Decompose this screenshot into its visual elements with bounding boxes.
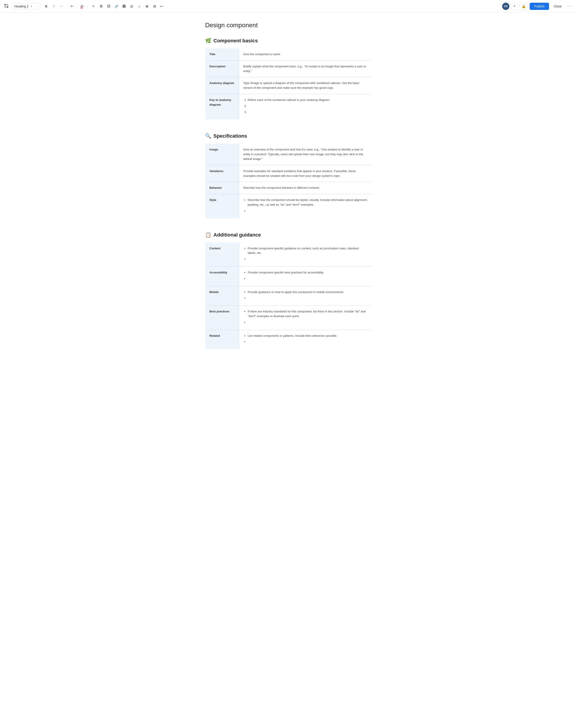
table-row-content: Provide guidance on how to apply this co… bbox=[239, 286, 372, 306]
italic-button[interactable]: I bbox=[50, 3, 57, 10]
page-title: Design component bbox=[205, 22, 372, 29]
table-row-label: Anatomy diagram bbox=[205, 77, 239, 94]
table-row-content: List related components or patterns. Inc… bbox=[239, 330, 372, 349]
list-item: If there are industry standards for this… bbox=[248, 309, 368, 319]
table-row: ContentProvide component-specific guidan… bbox=[205, 242, 372, 266]
list-item: Provide guidance on how to apply this co… bbox=[248, 290, 368, 295]
table-row-content: Provide examples for standard variations… bbox=[239, 165, 372, 182]
more-chevron-icon: ▾ bbox=[162, 5, 164, 7]
table-row-label: Style bbox=[205, 194, 239, 218]
link-button[interactable]: 🔗 bbox=[113, 3, 120, 10]
list-item: Define each of the numbered callouts in … bbox=[248, 98, 368, 103]
section-heading-component-basics: 🌿Component basics bbox=[205, 38, 372, 44]
image-button[interactable]: 🖼 bbox=[120, 3, 128, 10]
section-heading-text-component-basics: Component basics bbox=[214, 38, 258, 44]
bold-button[interactable]: B bbox=[43, 3, 50, 10]
table-row-label: Description bbox=[205, 60, 239, 77]
add-collaborator-button[interactable]: + bbox=[511, 3, 518, 10]
table-row-label: Accessibility bbox=[205, 266, 239, 286]
more-insert-button[interactable]: + ▾ bbox=[159, 3, 165, 10]
app-logo bbox=[4, 3, 9, 9]
close-button[interactable]: Close bbox=[551, 3, 565, 10]
emoji-button[interactable]: ☺ bbox=[136, 3, 143, 10]
table-row: Key to anatomy diagramDefine each of the… bbox=[205, 94, 372, 120]
ordered-list-button[interactable]: ≣ bbox=[97, 3, 105, 10]
sections-container: 🌿Component basicsTitleGive the component… bbox=[205, 38, 372, 349]
table-row-content: Give the component a name. bbox=[239, 48, 372, 60]
toolbar-divider-3 bbox=[77, 4, 77, 9]
table-row: Anatomy diagramType /image to upload a d… bbox=[205, 77, 372, 94]
svg-rect-0 bbox=[4, 4, 6, 6]
table-row-content: Type /image to upload a diagram of the c… bbox=[239, 77, 372, 94]
overflow-menu-button[interactable]: ··· bbox=[566, 3, 573, 10]
table-row: RelatedList related components or patter… bbox=[205, 330, 372, 349]
mention-button[interactable]: @ bbox=[128, 3, 135, 10]
toolbar-divider-1 bbox=[41, 4, 41, 9]
table-row-content: If there are industry standards for this… bbox=[239, 306, 372, 330]
table-component-basics: TitleGive the component a name.Descripti… bbox=[205, 48, 372, 120]
table-button[interactable]: ⊞ bbox=[143, 3, 151, 10]
table-row: AccessibilityProvide component-specific … bbox=[205, 266, 372, 286]
publish-button[interactable]: Publish bbox=[530, 3, 549, 10]
section-heading-additional-guidance: 📋Additional guidance bbox=[205, 232, 372, 238]
color-button[interactable]: A ▾ bbox=[79, 3, 86, 10]
toolbar-divider-2 bbox=[67, 4, 67, 9]
section-heading-specifications: 🔍Specifications bbox=[205, 133, 372, 139]
column-button[interactable]: ⊟ bbox=[151, 3, 158, 10]
align-icon: ≡ bbox=[70, 4, 72, 8]
heading-selector[interactable]: Heading 2 ▾ bbox=[12, 3, 39, 9]
color-chevron-icon: ▾ bbox=[83, 5, 84, 7]
section-emoji-additional-guidance: 📋 bbox=[205, 232, 211, 238]
table-row-label: Variations bbox=[205, 165, 239, 182]
toolbar-left: Heading 2 ▾ B I ··· ≡ ▾ A ▾ ≡ ≣ ☑ 🔗 🖼 @ bbox=[4, 3, 500, 10]
svg-rect-1 bbox=[6, 4, 8, 6]
lock-button[interactable]: 🔒 bbox=[520, 2, 528, 10]
section-additional-guidance: 📋Additional guidanceContentProvide compo… bbox=[205, 232, 372, 349]
align-button[interactable]: ≡ ▾ bbox=[69, 3, 75, 10]
list-item: Provide component-specific best practice… bbox=[248, 270, 368, 275]
insert-group: ≡ ≣ ☑ 🔗 🖼 @ ☺ ⊞ ⊟ + ▾ bbox=[90, 3, 165, 10]
avatar: CK bbox=[502, 2, 510, 10]
list-item bbox=[248, 320, 368, 325]
section-heading-text-specifications: Specifications bbox=[214, 133, 247, 139]
list-item: Provide component-specific guidance on c… bbox=[248, 246, 368, 256]
table-row-label: Behavior bbox=[205, 182, 239, 194]
checkbox-button[interactable]: ☑ bbox=[105, 3, 112, 10]
table-row-content: Define each of the numbered callouts in … bbox=[239, 94, 372, 120]
section-heading-text-additional-guidance: Additional guidance bbox=[214, 232, 261, 238]
list-item: Describe how the component should be sty… bbox=[248, 198, 368, 207]
content-area: Design component 🌿Component basicsTitleG… bbox=[196, 12, 381, 381]
list-item bbox=[248, 277, 368, 281]
align-chevron-icon: ▾ bbox=[73, 5, 74, 7]
plus-icon: + bbox=[160, 4, 162, 8]
list-item bbox=[248, 339, 368, 344]
table-row-content: Give an overview of the component and ho… bbox=[239, 144, 372, 165]
toolbar: Heading 2 ▾ B I ··· ≡ ▾ A ▾ ≡ ≣ ☑ 🔗 🖼 @ bbox=[0, 0, 577, 12]
overflow-icon: ··· bbox=[567, 4, 572, 8]
table-row: DescriptionBriefly explain what the comp… bbox=[205, 60, 372, 77]
lock-icon: 🔒 bbox=[522, 4, 526, 8]
table-row: MobileProvide guidance on how to apply t… bbox=[205, 286, 372, 306]
list-item bbox=[248, 257, 368, 261]
table-row-label: Key to anatomy diagram bbox=[205, 94, 239, 120]
list-item bbox=[248, 110, 368, 115]
section-component-basics: 🌿Component basicsTitleGive the component… bbox=[205, 38, 372, 120]
list-item bbox=[248, 209, 368, 213]
heading-selector-label: Heading 2 bbox=[14, 4, 29, 8]
unordered-list-button[interactable]: ≡ bbox=[90, 3, 97, 10]
table-row-label: Mobile bbox=[205, 286, 239, 306]
table-row: UsageGive an overview of the component a… bbox=[205, 144, 372, 165]
table-row-label: Usage bbox=[205, 144, 239, 165]
svg-rect-2 bbox=[4, 6, 6, 8]
table-row: VariationsProvide examples for standard … bbox=[205, 165, 372, 182]
table-row-label: Best practices bbox=[205, 306, 239, 330]
table-row-content: Provide component-specific best practice… bbox=[239, 266, 372, 286]
list-item: List related components or patterns. Inc… bbox=[248, 334, 368, 338]
avatar-group: CK + bbox=[502, 2, 518, 10]
color-text-icon: A bbox=[80, 4, 83, 8]
more-format-button[interactable]: ··· bbox=[58, 3, 65, 10]
table-row-label: Content bbox=[205, 242, 239, 266]
text-format-group: B I ··· bbox=[43, 3, 65, 10]
section-specifications: 🔍SpecificationsUsageGive an overview of … bbox=[205, 133, 372, 218]
toolbar-right: CK + 🔒 Publish Close ··· bbox=[502, 2, 573, 10]
